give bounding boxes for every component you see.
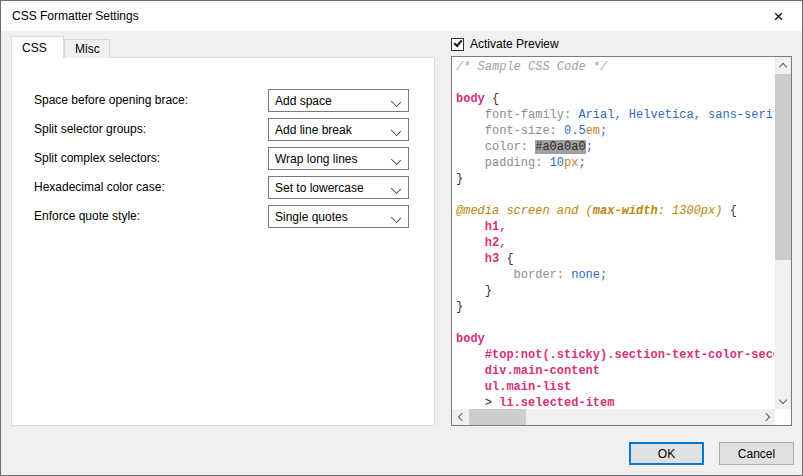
vertical-scrollbar[interactable] [775, 57, 791, 409]
dropdown-selected-value: Add line break [275, 123, 352, 137]
horizontal-scroll-thumb[interactable] [469, 409, 526, 425]
activate-preview-row[interactable]: Activate Preview [451, 37, 559, 51]
form-row: Split complex selectors:Wrap long lines [12, 147, 434, 170]
code-line [456, 315, 774, 331]
form-row: Hexadecimal color case:Set to lowercase [12, 176, 434, 199]
form-row: Enforce quote style:Single quotes [12, 205, 434, 228]
setting-dropdown[interactable]: Single quotes [268, 205, 409, 228]
code-line: h3 { [456, 251, 774, 267]
css-formatter-settings-dialog: CSS Formatter Settings × CSSMisc Space b… [0, 0, 803, 476]
dropdown-selected-value: Add space [275, 94, 332, 108]
code-line: } [456, 299, 774, 315]
dropdown-selected-value: Wrap long lines [275, 152, 358, 166]
chevron-down-icon [391, 184, 401, 194]
code-line: > li.selected-item [456, 395, 774, 408]
code-line: } [456, 283, 774, 299]
code-line: @media screen and (max-width: 1300px) { [456, 203, 774, 219]
chevron-down-icon [391, 97, 401, 107]
code-line: color: #a0a0a0; [456, 139, 774, 155]
tab-label: CSS [22, 41, 47, 55]
setting-dropdown[interactable]: Set to lowercase [268, 176, 409, 199]
css-tab-panel: Space before opening brace:Add spaceSpli… [11, 57, 435, 426]
tab-misc[interactable]: Misc [64, 39, 110, 58]
setting-dropdown[interactable]: Add line break [268, 118, 409, 141]
chevron-down-icon [391, 126, 401, 136]
activate-preview-checkbox[interactable] [451, 38, 464, 51]
css-preview-code: /* Sample CSS Code */ body { font-family… [452, 57, 774, 408]
css-preview-pane: /* Sample CSS Code */ body { font-family… [451, 56, 792, 426]
tab-label: Misc [75, 42, 100, 56]
scroll-down-icon[interactable] [775, 393, 791, 409]
code-line: padding: 10px; [456, 155, 774, 171]
code-line: font-family: Arial, Helvetica, sans-seri… [456, 107, 774, 123]
code-line [456, 187, 774, 203]
cancel-button[interactable]: Cancel [719, 442, 794, 465]
tab-css[interactable]: CSS [11, 36, 64, 58]
close-icon: × [774, 8, 784, 25]
scroll-left-icon[interactable] [452, 409, 468, 425]
code-line: /* Sample CSS Code */ [456, 59, 774, 75]
setting-label: Hexadecimal color case: [34, 180, 165, 194]
code-line [456, 75, 774, 91]
form-row: Split selector groups:Add line break [12, 118, 434, 141]
window-title: CSS Formatter Settings [12, 9, 139, 23]
code-line: h1, [456, 219, 774, 235]
setting-label: Split complex selectors: [34, 151, 160, 165]
chevron-down-icon [391, 155, 401, 165]
code-line: ul.main-list [456, 379, 774, 395]
code-line: #top:not(.sticky).section-text-color-sec… [456, 347, 774, 363]
code-line: div.main-content [456, 363, 774, 379]
horizontal-scrollbar[interactable] [452, 409, 775, 425]
code-line: body [456, 331, 774, 347]
dropdown-selected-value: Set to lowercase [275, 181, 364, 195]
setting-label: Enforce quote style: [34, 209, 140, 223]
dropdown-selected-value: Single quotes [275, 210, 348, 224]
activate-preview-label: Activate Preview [470, 37, 559, 51]
close-button[interactable]: × [756, 2, 801, 30]
code-line: border: none; [456, 267, 774, 283]
form-row: Space before opening brace:Add space [12, 89, 434, 112]
scroll-right-icon[interactable] [759, 409, 775, 425]
tab-strip: CSSMisc [11, 36, 110, 58]
setting-dropdown[interactable]: Add space [268, 89, 409, 112]
ok-button-label: OK [658, 447, 675, 461]
code-line: body { [456, 91, 774, 107]
ok-button[interactable]: OK [629, 442, 704, 465]
code-line: font-size: 0.5em; [456, 123, 774, 139]
setting-label: Space before opening brace: [34, 93, 188, 107]
code-line: h2, [456, 235, 774, 251]
setting-dropdown[interactable]: Wrap long lines [268, 147, 409, 170]
code-line: } [456, 171, 774, 187]
setting-label: Split selector groups: [34, 122, 146, 136]
vertical-scroll-thumb[interactable] [775, 74, 791, 260]
cancel-button-label: Cancel [738, 447, 775, 461]
scroll-up-icon[interactable] [775, 57, 791, 73]
title-bar: CSS Formatter Settings × [1, 1, 802, 31]
chevron-down-icon [391, 213, 401, 223]
